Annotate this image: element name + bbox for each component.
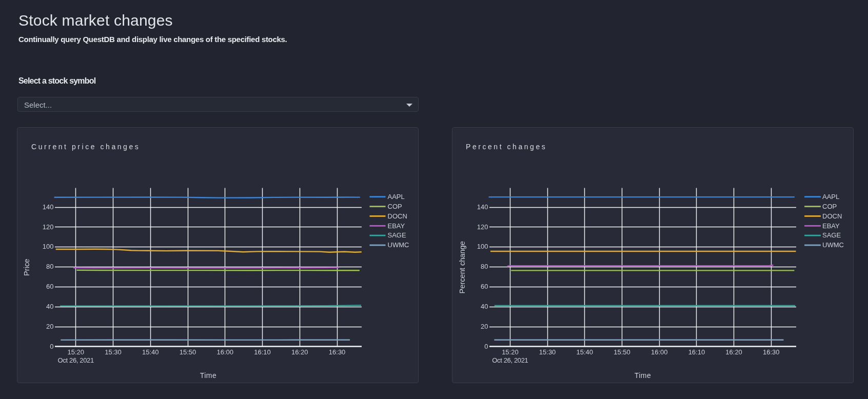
svg-text:COP: COP [822,203,837,210]
svg-text:Percent change: Percent change [458,241,466,293]
svg-text:40: 40 [481,303,488,310]
svg-text:16:30: 16:30 [763,348,780,356]
svg-text:16:10: 16:10 [688,348,705,356]
svg-text:140: 140 [43,203,54,211]
svg-text:COP: COP [388,203,402,210]
svg-text:Oct 26, 2021: Oct 26, 2021 [58,356,94,364]
svg-text:16:10: 16:10 [254,348,271,356]
svg-text:Time: Time [200,371,216,380]
svg-text:SAGE: SAGE [388,231,406,239]
svg-text:40: 40 [46,303,53,310]
svg-text:15:40: 15:40 [577,348,594,356]
svg-text:15:50: 15:50 [614,348,630,356]
svg-text:DOCN: DOCN [388,212,407,220]
svg-text:0: 0 [484,343,488,350]
svg-text:EBAY: EBAY [388,222,405,230]
svg-text:16:00: 16:00 [217,348,234,356]
svg-text:16:00: 16:00 [651,348,668,356]
svg-text:60: 60 [46,283,53,290]
svg-text:15:20: 15:20 [67,348,84,356]
svg-text:UWMC: UWMC [388,241,409,249]
svg-text:16:30: 16:30 [329,348,346,356]
svg-text:AAPL: AAPL [388,193,405,201]
svg-text:120: 120 [477,223,488,231]
svg-text:AAPL: AAPL [822,193,839,201]
svg-text:20: 20 [46,323,53,330]
svg-text:120: 120 [43,223,54,231]
svg-text:SAGE: SAGE [822,231,841,239]
svg-text:140: 140 [477,203,488,211]
svg-text:DOCN: DOCN [822,212,842,220]
svg-text:80: 80 [481,263,488,270]
svg-text:15:40: 15:40 [142,348,159,356]
svg-text:15:20: 15:20 [502,348,519,356]
svg-text:UWMC: UWMC [822,241,844,249]
svg-text:60: 60 [481,283,488,290]
svg-text:Price: Price [23,259,31,276]
svg-text:15:50: 15:50 [180,348,196,356]
svg-text:20: 20 [481,323,488,330]
svg-text:100: 100 [477,243,488,250]
svg-text:EBAY: EBAY [822,222,840,230]
svg-text:16:20: 16:20 [291,348,308,356]
svg-text:Time: Time [635,371,651,380]
svg-text:15:30: 15:30 [105,348,122,356]
svg-text:16:20: 16:20 [725,348,742,356]
svg-text:Percent changes: Percent changes [466,143,547,151]
svg-text:80: 80 [46,263,53,270]
svg-text:Current price changes: Current price changes [31,143,140,151]
svg-text:100: 100 [43,243,54,250]
svg-text:0: 0 [50,343,53,350]
svg-text:15:30: 15:30 [539,348,556,356]
svg-text:Oct 26, 2021: Oct 26, 2021 [492,356,528,364]
